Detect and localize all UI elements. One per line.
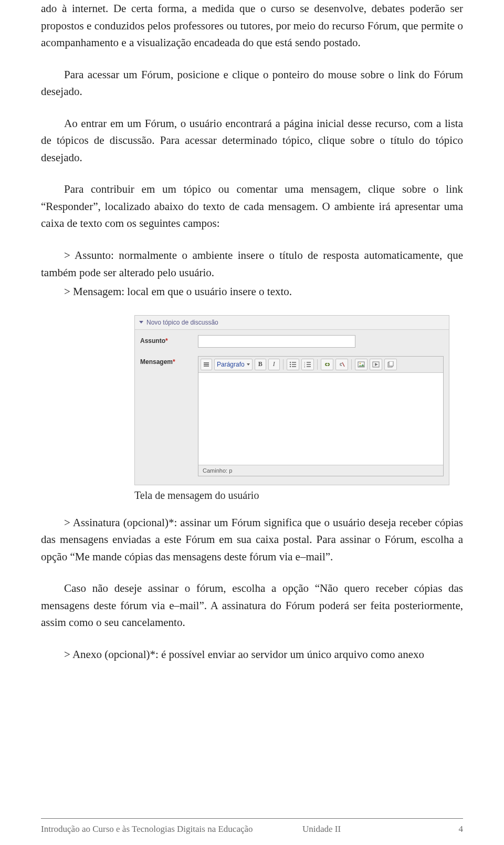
bulleted-list-button[interactable] [287,359,299,370]
paragraph-8: Caso não deseje assinar o fórum, escolha… [41,580,463,631]
paragraph-1: ado à internet. De certa forma, a medida… [41,0,463,51]
svg-marker-19 [375,363,378,366]
link-button[interactable] [321,359,333,370]
rich-text-editor: Parágrafo B I 123 [198,356,444,476]
italic-button[interactable]: I [268,359,280,370]
row-subject: Assunto* [140,335,444,348]
toolbar-separator [283,359,284,370]
form-panel: Novo tópico de discussão Assunto* Mensag… [134,315,449,485]
toolbar-separator [351,359,352,370]
body-text-2: > Assinatura (opcional)*: assinar um Fór… [41,514,463,663]
subject-input[interactable] [198,335,355,348]
toggle-toolbar-button[interactable] [201,359,212,370]
paragraph-2: Para acessar um Fórum, posicione e cliqu… [41,66,463,100]
body-text: ado à internet. De certa forma, a medida… [41,0,463,300]
paragraph-format-dropdown[interactable]: Parágrafo [214,359,253,370]
list-item-mensagem: > Mensagem: local em que o usuário inser… [41,283,463,300]
label-subject: Assunto* [140,335,198,345]
paragraph-4: Para contribuir em um tópico ou comentar… [41,181,463,232]
footer-rule [41,818,463,819]
svg-point-17 [360,362,361,363]
footer-center: Unidade II [302,824,341,834]
form-rows: Assunto* Mensagem* [135,330,449,476]
svg-rect-4 [292,362,296,363]
required-asterisk: * [173,358,175,366]
message-control: Parágrafo B I 123 [198,356,444,476]
paragraph-3: Ao entrar em um Fórum, o usuário encontr… [41,115,463,166]
editor-status-bar: Caminho: p [198,465,443,476]
svg-rect-8 [292,366,296,367]
numbered-list-button[interactable]: 123 [301,359,314,370]
paragraph-7: > Assinatura (opcional)*: assinar um Fór… [41,514,463,566]
required-asterisk: * [165,337,168,345]
editor-figure: Novo tópico de discussão Assunto* Mensag… [134,315,450,485]
svg-text:3: 3 [304,366,306,368]
footer-left: Introdução ao Curso e às Tecnologias Dig… [41,824,253,834]
row-message: Mensagem* Parágrafo B [140,356,444,476]
footer: Introdução ao Curso e às Tecnologias Dig… [41,824,463,834]
panel-title: Novo tópico de discussão [146,319,218,326]
svg-rect-21 [389,361,393,366]
page: ado à internet. De certa forma, a medida… [0,0,504,845]
svg-line-15 [342,362,344,367]
svg-rect-0 [204,362,209,363]
editor-toolbar: Parágrafo B I 123 [198,357,443,373]
subject-control [198,335,444,348]
caret-down-icon [139,321,143,324]
svg-rect-10 [307,364,311,365]
unlink-button[interactable] [335,359,348,370]
svg-rect-1 [204,364,209,365]
bold-button[interactable]: B [255,359,266,370]
figure-caption: Tela de mensagem do usuário [134,489,463,502]
editor-content-area[interactable] [198,373,443,465]
insert-media-button[interactable] [370,359,382,370]
svg-rect-2 [204,366,209,367]
svg-point-3 [290,361,291,362]
manage-files-button[interactable] [384,359,397,370]
insert-image-button[interactable] [355,359,368,370]
list-item-assunto: > Assunto: normalmente o ambiente insere… [41,247,463,281]
label-message: Mensagem* [140,356,198,366]
panel-header[interactable]: Novo tópico de discussão [135,316,449,330]
footer-page-number: 4 [459,824,464,834]
svg-point-7 [290,366,291,367]
svg-point-5 [290,363,291,364]
chevron-down-icon [247,363,250,366]
paragraph-9: > Anexo (opcional)*: é possível enviar a… [41,646,463,663]
svg-rect-11 [307,366,311,367]
toolbar-separator [317,359,318,370]
svg-rect-9 [307,362,311,363]
svg-rect-6 [292,364,296,365]
